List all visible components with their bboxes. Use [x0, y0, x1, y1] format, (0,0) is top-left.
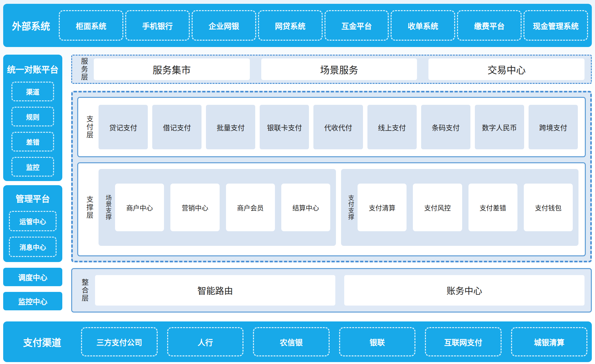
integration-box: 账务中心: [344, 275, 585, 306]
integration-layer-box: 整合层 智能路由 账务中心: [71, 268, 592, 313]
scene-support-panel: 场景支撑 商户中心 营销中心 商户会员 结算中心: [99, 169, 336, 246]
scene-support-label: 场景支撑: [103, 195, 113, 220]
integration-layer-row: 智能路由 账务中心: [95, 275, 585, 306]
main-column: 服务层 服务集市 场景服务 交易中心 支付层 贷记支付 借记支付 批量支付 银联…: [71, 55, 592, 313]
payment-item-box: 数字人民币: [475, 105, 524, 149]
reconciliation-item-box: 渠道: [11, 82, 54, 101]
service-box: 场景服务: [261, 58, 417, 80]
payment-support-box: 支付差错: [468, 184, 517, 231]
payment-item-box: 线上支付: [367, 105, 417, 149]
payment-channel-box: 农信银: [253, 327, 330, 356]
management-item-box: 运管中心: [9, 211, 57, 231]
service-layer-label: 服务层: [77, 57, 90, 81]
payment-support-box: 支付钱包: [524, 184, 573, 231]
diagram-body: 统一对账平台 渠道 规则 差错 监控 管理平台 运管中心 消息中心 调度中心 监…: [3, 55, 592, 313]
reconciliation-item-box: 监控: [11, 157, 54, 177]
management-platform-block: 管理平台 运管中心 消息中心: [3, 185, 62, 262]
external-system-box: 企业网银: [192, 10, 256, 41]
payment-channel-box: 三方支付公司: [81, 327, 158, 356]
management-platform-title: 管理平台: [16, 192, 50, 205]
payment-channels-band: 支付渠道 三方支付公司 人行 农信银 银联 互联网支付 城银清算: [3, 321, 592, 362]
left-sidebar: 统一对账平台 渠道 规则 差错 监控 管理平台 运管中心 消息中心 调度中心 监…: [3, 55, 62, 313]
payment-channels-label: 支付渠道: [3, 335, 81, 349]
payment-item-box: 批量支付: [206, 105, 255, 149]
scene-support-box: 营销中心: [170, 184, 219, 231]
external-systems-list: 柜面系统 手机银行 企业网银 网贷系统 互金平台 收单系统 缴费平台 现金管理系…: [59, 10, 588, 41]
payment-support-panel: 支付支撑 支付清算 支付风控 支付差错 支付钱包: [341, 169, 578, 246]
external-systems-label: 外部系统: [3, 18, 59, 32]
reconciliation-platform-block: 统一对账平台 渠道 规则 差错 监控: [3, 55, 62, 181]
scene-support-box: 商户中心: [115, 184, 164, 231]
scene-support-box: 商户会员: [226, 184, 275, 231]
payment-support-box: 支付风控: [413, 184, 462, 231]
payment-item-box: 代收代付: [313, 105, 363, 149]
payment-channel-box: 互联网支付: [425, 327, 502, 356]
service-layer-row: 服务集市 场景服务 交易中心: [94, 58, 585, 80]
external-system-box: 缴费平台: [457, 10, 522, 41]
reconciliation-item-box: 规则: [11, 107, 54, 126]
dispatch-center-block: 调度中心: [3, 268, 62, 286]
payment-item-box: 借记支付: [152, 105, 202, 149]
support-layer-box: 支撑层 场景支撑 商户中心 营销中心 商户会员 结算中心: [77, 162, 586, 256]
payment-architecture-diagram: 外部系统 柜面系统 手机银行 企业网银 网贷系统 互金平台 收单系统 缴费平台 …: [0, 0, 595, 364]
service-box: 服务集市: [94, 58, 250, 80]
external-system-box: 手机银行: [125, 10, 190, 41]
payment-item-box: 银联卡支付: [260, 105, 309, 149]
reconciliation-item-box: 差错: [11, 132, 54, 152]
payment-support-row: 支付清算 支付风控 支付差错 支付钱包: [358, 184, 573, 231]
external-system-box: 网贷系统: [258, 10, 323, 41]
payment-layer-row: 贷记支付 借记支付 批量支付 银联卡支付 代收代付 线上支付 条码支付 数字人民…: [99, 105, 578, 149]
payment-support-container: 支付层 贷记支付 借记支付 批量支付 银联卡支付 代收代付 线上支付 条码支付 …: [71, 91, 592, 262]
management-item-box: 消息中心: [9, 237, 57, 257]
support-layer-groups: 场景支撑 商户中心 营销中心 商户会员 结算中心 支付支撑 支付清算: [99, 169, 578, 246]
service-layer-container: 服务层 服务集市 场景服务 交易中心: [71, 55, 592, 84]
external-system-box: 现金管理系统: [523, 10, 588, 41]
integration-layer-label: 整合层: [78, 279, 91, 302]
payment-item-box: 跨境支付: [529, 105, 578, 149]
scene-support-row: 商户中心 营销中心 商户会员 结算中心: [115, 184, 330, 231]
support-layer-label: 支撑层: [83, 169, 95, 246]
service-box: 交易中心: [428, 58, 585, 80]
external-system-box: 收单系统: [391, 10, 455, 41]
payment-channel-box: 城银清算: [511, 327, 588, 356]
scene-support-box: 结算中心: [281, 184, 330, 231]
payment-channel-box: 银联: [339, 327, 416, 356]
payment-item-box: 贷记支付: [99, 105, 148, 149]
payment-layer-label: 支付层: [83, 115, 95, 139]
monitor-center-block: 监控中心: [3, 292, 62, 310]
external-system-box: 互金平台: [325, 10, 389, 41]
payment-channel-box: 人行: [167, 327, 244, 356]
external-system-box: 柜面系统: [59, 10, 123, 41]
payment-channels-list: 三方支付公司 人行 农信银 银联 互联网支付 城银清算: [81, 327, 587, 356]
payment-layer-box: 支付层 贷记支付 借记支付 批量支付 银联卡支付 代收代付 线上支付 条码支付 …: [77, 97, 586, 157]
reconciliation-platform-title: 统一对账平台: [7, 63, 58, 75]
integration-box: 智能路由: [95, 275, 335, 306]
external-systems-band: 外部系统 柜面系统 手机银行 企业网银 网贷系统 互金平台 收单系统 缴费平台 …: [3, 4, 592, 47]
payment-support-label: 支付支撑: [345, 195, 355, 220]
payment-item-box: 条码支付: [421, 105, 470, 149]
payment-support-box: 支付清算: [358, 184, 407, 231]
